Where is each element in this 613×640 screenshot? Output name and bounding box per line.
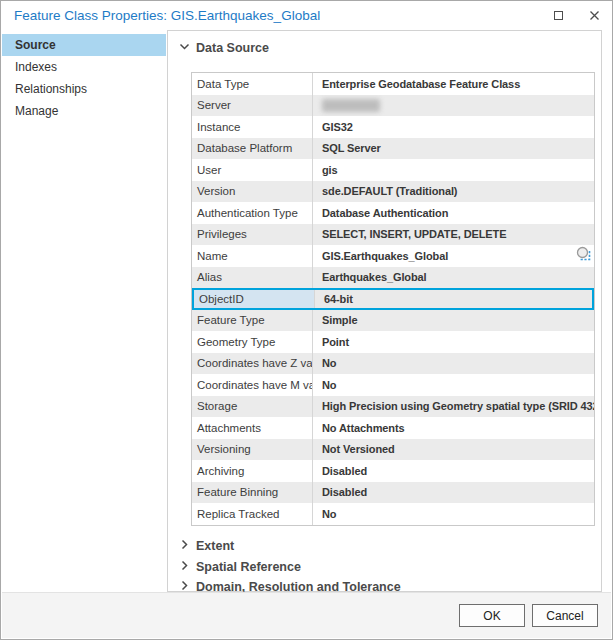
row-value: Enterprise Geodatabase Feature Class <box>312 73 594 95</box>
row-label: ObjectID <box>194 290 314 308</box>
row-value: Simple <box>312 310 594 332</box>
cancel-button[interactable]: Cancel <box>532 604 598 627</box>
row-label: Feature Type <box>192 310 312 332</box>
table-row: Versionsde.DEFAULT (Traditional) <box>192 181 594 203</box>
row-value: GIS.Earthquakes_Global <box>312 245 594 267</box>
row-value: Disabled <box>312 460 594 482</box>
row-label: Feature Binning <box>192 482 312 504</box>
row-label: Attachments <box>192 417 312 439</box>
maximize-icon <box>554 11 563 20</box>
row-label: Instance <box>192 116 312 138</box>
footer-bar: OK Cancel <box>2 592 611 638</box>
row-value: SQL Server <box>312 138 594 160</box>
table-row: VersioningNot Versioned <box>192 439 594 461</box>
row-value: Point <box>312 331 594 353</box>
row-label: Coordinates have M value <box>192 374 312 396</box>
row-value: Disabled <box>312 482 594 504</box>
table-row: ArchivingDisabled <box>192 460 594 482</box>
section-header-data-source[interactable]: Data Source <box>179 41 269 55</box>
section-label: Spatial Reference <box>196 560 301 574</box>
row-value: No <box>312 374 594 396</box>
collapsed-sections: ExtentSpatial ReferenceDomain, Resolutio… <box>179 536 591 598</box>
sidebar-nav: SourceIndexesRelationshipsManage <box>2 34 166 591</box>
table-row: Feature BinningDisabled <box>192 482 594 504</box>
row-value: Database Authentication <box>312 202 594 224</box>
row-label: Database Platform <box>192 138 312 160</box>
table-row: Authentication TypeDatabase Authenticati… <box>192 202 594 224</box>
row-value: No <box>312 503 594 525</box>
row-label: Archiving <box>192 460 312 482</box>
row-label: Data Type <box>192 73 312 95</box>
feature-class-properties-dialog: Feature Class Properties: GIS.Earthquake… <box>0 0 613 640</box>
row-value: High Precision using Geometry spatial ty… <box>312 396 594 418</box>
table-row: PrivilegesSELECT, INSERT, UPDATE, DELETE <box>192 224 594 246</box>
row-value: GIS32 <box>312 116 594 138</box>
table-row: NameGIS.Earthquakes_Global <box>192 245 594 267</box>
table-row: StorageHigh Precision using Geometry spa… <box>192 396 594 418</box>
dialog-title: Feature Class Properties: GIS.Earthquake… <box>14 8 320 23</box>
row-label: Replica Tracked <box>192 503 312 525</box>
row-label: Server <box>192 95 312 117</box>
table-row: ObjectID64-bit <box>192 288 594 310</box>
row-label: Storage <box>192 396 312 418</box>
content-panel: Data Source Data TypeEnterprise Geodatab… <box>167 30 602 592</box>
section-label: Data Source <box>196 41 269 55</box>
sidebar-item-source[interactable]: Source <box>2 34 166 56</box>
table-row: AttachmentsNo Attachments <box>192 417 594 439</box>
row-label: Version <box>192 181 312 203</box>
table-row: Server <box>192 95 594 117</box>
table-row: Geometry TypePoint <box>192 331 594 353</box>
table-row: Data TypeEnterprise Geodatabase Feature … <box>192 73 594 95</box>
row-label: Privileges <box>192 224 312 246</box>
chevron-right-icon <box>179 539 190 553</box>
row-label: Coordinates have Z value <box>192 353 312 375</box>
row-value: gis <box>312 159 594 181</box>
titlebar: Feature Class Properties: GIS.Earthquake… <box>1 1 612 30</box>
chevron-right-icon <box>179 560 190 574</box>
ok-button[interactable]: OK <box>459 604 525 627</box>
section-label: Extent <box>196 539 234 553</box>
row-value: Earthquakes_Global <box>312 267 594 289</box>
chevron-down-icon <box>179 41 190 55</box>
section-header-extent[interactable]: Extent <box>179 536 591 557</box>
table-row: Usergis <box>192 159 594 181</box>
table-row: Replica TrackedNo <box>192 503 594 525</box>
sidebar-item-manage[interactable]: Manage <box>2 100 166 122</box>
row-label: Versioning <box>192 439 312 461</box>
close-icon <box>589 7 600 25</box>
table-row: Feature TypeSimple <box>192 310 594 332</box>
window-controls <box>540 1 612 30</box>
table-row: Database PlatformSQL Server <box>192 138 594 160</box>
close-button[interactable] <box>576 1 612 30</box>
row-label: Name <box>192 245 312 267</box>
maximize-button[interactable] <box>540 1 576 30</box>
redacted-value <box>322 99 380 112</box>
row-label: Alias <box>192 267 312 289</box>
row-label: Authentication Type <box>192 202 312 224</box>
sidebar-item-indexes[interactable]: Indexes <box>2 56 166 78</box>
row-value: No <box>312 353 594 375</box>
row-value: sde.DEFAULT (Traditional) <box>312 181 594 203</box>
row-value: SELECT, INSERT, UPDATE, DELETE <box>312 224 594 246</box>
row-value: 64-bit <box>314 290 592 308</box>
row-label: User <box>192 159 312 181</box>
row-label: Geometry Type <box>192 331 312 353</box>
section-header-spatial-reference[interactable]: Spatial Reference <box>179 557 591 578</box>
sidebar-item-relationships[interactable]: Relationships <box>2 78 166 100</box>
table-row: AliasEarthquakes_Global <box>192 267 594 289</box>
row-value: No Attachments <box>312 417 594 439</box>
row-value: Not Versioned <box>312 439 594 461</box>
row-value <box>312 95 594 117</box>
circle-selection-icon[interactable] <box>575 246 592 265</box>
table-row: Coordinates have Z valueNo <box>192 353 594 375</box>
table-row: Coordinates have M valueNo <box>192 374 594 396</box>
table-row: InstanceGIS32 <box>192 116 594 138</box>
properties-table: Data TypeEnterprise Geodatabase Feature … <box>191 72 595 526</box>
